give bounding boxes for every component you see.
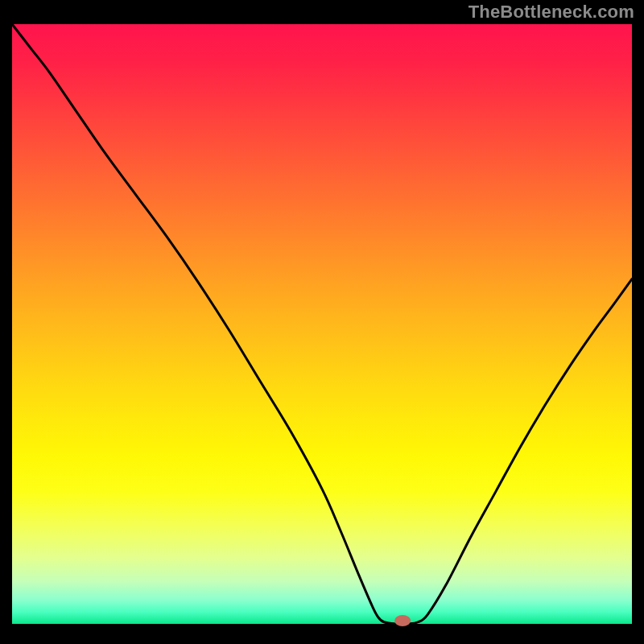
optimal-marker: [394, 615, 411, 626]
bottleneck-chart: [0, 0, 644, 644]
chart-container: { "watermark": "TheBottleneck.com", "cha…: [0, 0, 644, 644]
watermark-text: TheBottleneck.com: [469, 2, 634, 23]
plot-background: [12, 24, 632, 624]
